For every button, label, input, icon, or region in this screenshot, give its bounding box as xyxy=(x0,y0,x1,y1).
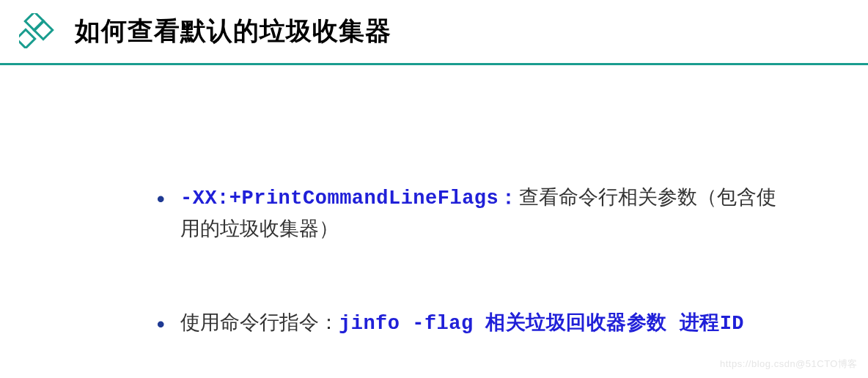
bullet-item: -XX:+PrintCommandLineFlags：查看命令行相关参数（包含使… xyxy=(154,182,795,243)
bullet-item: 使用命令行指令：jinfo -flag 相关垃圾回收器参数 进程ID xyxy=(154,308,795,339)
code-text: -XX:+PrintCommandLineFlags： xyxy=(180,188,519,210)
svg-rect-1 xyxy=(34,21,52,39)
bullet-list: -XX:+PrintCommandLineFlags：查看命令行相关参数（包含使… xyxy=(154,182,795,339)
slide-header: 如何查看默认的垃圾收集器 xyxy=(0,0,868,65)
slide-content: -XX:+PrintCommandLineFlags：查看命令行相关参数（包含使… xyxy=(0,65,868,339)
watermark: https://blog.csdn@51CTO博客 xyxy=(720,357,858,371)
slide-title: 如何查看默认的垃圾收集器 xyxy=(75,14,391,48)
code-text: jinfo -flag 相关垃圾回收器参数 进程ID xyxy=(339,313,744,335)
svg-rect-2 xyxy=(19,29,35,48)
bullet-text: 使用命令行指令： xyxy=(180,311,339,333)
logo-icon xyxy=(19,13,54,48)
